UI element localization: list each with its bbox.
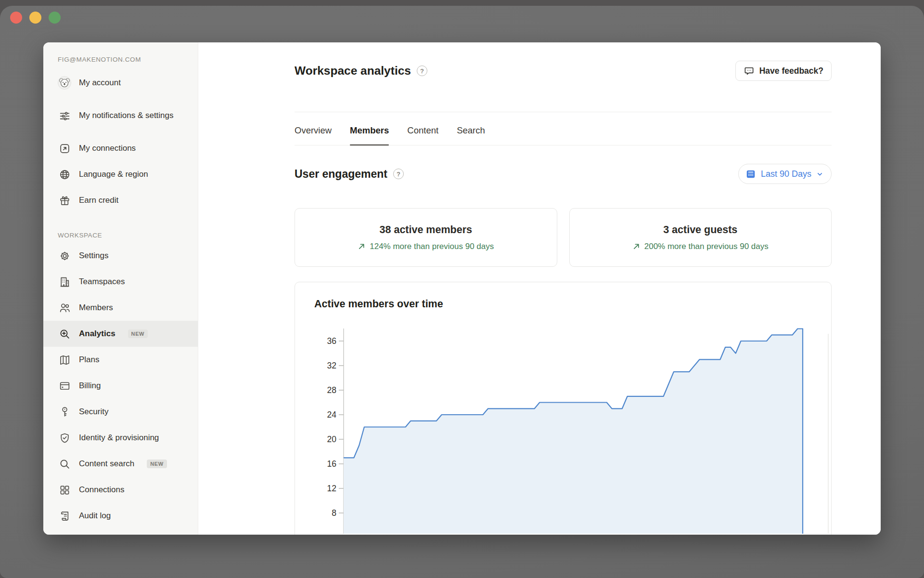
svg-text:36: 36 (327, 336, 336, 346)
sidebar-item-identity-provisioning[interactable]: Identity & provisioning (43, 425, 198, 451)
active-guests-delta: 200% more than previous 90 days (632, 242, 769, 251)
sidebar-item-label: Settings (79, 250, 108, 262)
help-icon[interactable]: ? (393, 169, 404, 179)
sidebar-item-label: Connections (79, 484, 125, 496)
scroll-icon (58, 509, 71, 523)
minimize-window-button[interactable] (29, 12, 41, 24)
sidebar-item-label: Teamspaces (79, 276, 125, 288)
new-badge: NEW (147, 460, 167, 468)
active-members-chart-card: Active members over time 812162024283236 (295, 282, 832, 535)
sidebar-item-security[interactable]: Security (43, 399, 198, 425)
sidebar-item-my-account[interactable]: My account (43, 70, 198, 96)
stat-cards: 38 active members 124% more than previou… (295, 208, 832, 267)
sidebar-item-members[interactable]: Members (43, 295, 198, 321)
sidebar-item-label: My notifications & settings (79, 110, 174, 122)
credit-card-icon (58, 379, 71, 393)
sidebar-item-audit-log[interactable]: Audit log (43, 503, 198, 529)
people-icon (58, 301, 71, 315)
tab-content[interactable]: Content (407, 125, 438, 145)
sidebar-item-label: Identity & provisioning (79, 432, 159, 444)
sidebar-item-settings[interactable]: Settings (43, 243, 198, 269)
close-window-button[interactable] (10, 12, 22, 24)
sidebar-item-label: My account (79, 77, 121, 89)
workspace-section-label: WORKSPACE (43, 232, 198, 239)
sidebar-item-label: Members (79, 302, 113, 314)
globe-icon (58, 168, 71, 181)
svg-text:12: 12 (327, 484, 336, 493)
chevron-down-icon (816, 171, 823, 178)
avatar (58, 76, 71, 90)
calendar-icon (745, 169, 756, 179)
sidebar-item-label: Audit log (79, 510, 111, 522)
tab-members[interactable]: Members (350, 125, 389, 145)
svg-text:8: 8 (332, 508, 336, 518)
sidebar-item-label: Security (79, 406, 108, 418)
active-members-delta: 124% more than previous 90 days (358, 242, 494, 251)
have-feedback-label: Have feedback? (759, 66, 823, 76)
gift-icon (58, 194, 71, 207)
sidebar-item-label: Earn credit (79, 195, 118, 207)
shield-check-icon (58, 431, 71, 445)
date-range-dropdown[interactable]: Last 90 Days (738, 164, 832, 184)
sidebar-item-billing[interactable]: Billing (43, 373, 198, 399)
zoom-window-button[interactable] (49, 12, 61, 24)
svg-text:32: 32 (327, 361, 336, 370)
sidebar-item-connections[interactable]: Connections (43, 477, 198, 503)
grid-icon (58, 483, 71, 497)
key-icon (58, 405, 71, 419)
account-section: My account My notifications & settings M… (43, 70, 198, 213)
analytics-main-panel: Workspace analytics ? Have feedback? Ove… (198, 42, 881, 535)
have-feedback-button[interactable]: Have feedback? (735, 61, 832, 81)
settings-modal: FIG@MAKENOTION.COM My account My notific… (43, 42, 881, 535)
gear-icon (58, 249, 71, 263)
sidebar-item-label: My connections (79, 143, 136, 155)
svg-text:20: 20 (327, 434, 337, 444)
sidebar-item-my-connections[interactable]: My connections (43, 135, 198, 161)
members-chart[interactable]: 812162024283236 (295, 322, 832, 534)
magnifier-plus-icon (58, 327, 71, 341)
arrow-up-right-box-icon (58, 142, 71, 155)
sidebar-item-label: Analytics (79, 328, 116, 340)
speech-bubble-icon (744, 66, 755, 77)
tab-search[interactable]: Search (457, 125, 485, 145)
date-range-label: Last 90 Days (761, 169, 811, 179)
sidebar-item-label: Plans (79, 354, 100, 366)
arrow-up-right-icon (358, 242, 366, 250)
sidebar-item-label: Language & region (79, 169, 148, 181)
sidebar-item-language-region[interactable]: Language & region (43, 161, 198, 187)
sidebar-item-notifications-settings[interactable]: My notifications & settings (43, 96, 198, 135)
user-engagement-title: User engagement (295, 168, 387, 181)
analytics-tabs: Overview Members Content Search (295, 112, 832, 145)
sidebar-item-plans[interactable]: Plans (43, 347, 198, 373)
sidebar-item-analytics[interactable]: Analytics NEW (43, 321, 198, 347)
account-email: FIG@MAKENOTION.COM (43, 56, 198, 63)
svg-text:24: 24 (327, 410, 337, 420)
arrow-up-right-icon (632, 242, 641, 250)
workspace-section: Settings Teamspaces Members Analytics (43, 243, 198, 529)
page-title: Workspace analytics (295, 64, 411, 78)
active-members-value: 38 active members (380, 224, 472, 236)
active-guests-value: 3 active guests (663, 224, 737, 236)
new-badge: NEW (128, 329, 148, 338)
tab-overview[interactable]: Overview (295, 125, 332, 145)
window-controls (10, 12, 61, 24)
sidebar-item-label: Content search (79, 458, 134, 470)
svg-text:16: 16 (327, 459, 336, 469)
svg-text:28: 28 (327, 385, 336, 395)
chart-title: Active members over time (295, 282, 831, 310)
active-members-card: 38 active members 124% more than previou… (295, 208, 557, 267)
user-engagement-header: User engagement ? Last 90 Days (295, 164, 832, 184)
sidebar-item-teamspaces[interactable]: Teamspaces (43, 269, 198, 295)
sliders-icon (58, 109, 71, 122)
page-header: Workspace analytics ? Have feedback? (295, 62, 832, 80)
magnifier-icon (58, 457, 71, 471)
settings-sidebar: FIG@MAKENOTION.COM My account My notific… (43, 42, 198, 535)
building-icon (58, 275, 71, 289)
sidebar-item-content-search[interactable]: Content search NEW (43, 451, 198, 477)
sidebar-item-earn-credit[interactable]: Earn credit (43, 187, 198, 213)
active-guests-card: 3 active guests 200% more than previous … (569, 208, 832, 267)
sidebar-item-label: Billing (79, 380, 101, 392)
help-icon[interactable]: ? (417, 66, 427, 76)
map-icon (58, 353, 71, 367)
